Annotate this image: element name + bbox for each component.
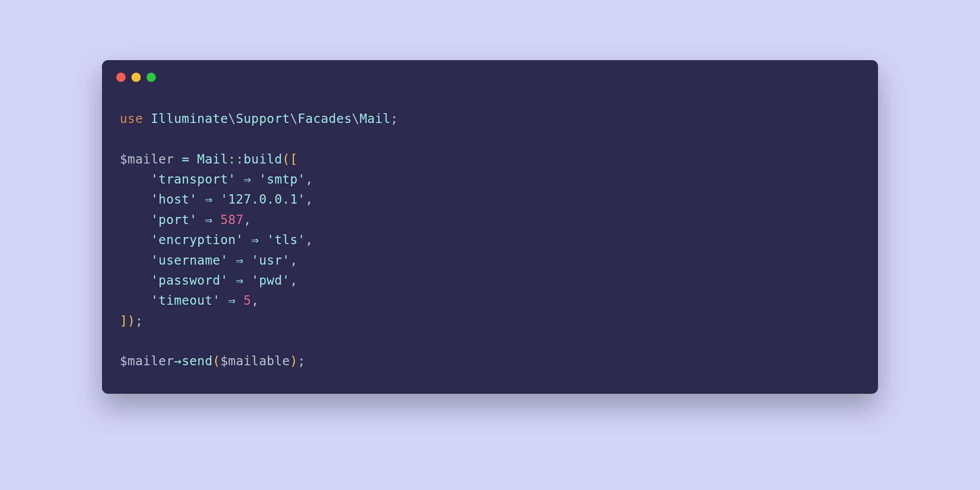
close-paren: ) xyxy=(290,354,298,368)
code-line-6: 'port' ⇒ 587, xyxy=(120,210,860,230)
code-line-9: 'password' ⇒ 'pwd', xyxy=(120,270,860,290)
arrow-icon: ⇒ xyxy=(244,172,251,187)
key-port: 'port' xyxy=(151,212,197,227)
variable-mailer: $mailer xyxy=(120,354,174,368)
close-button[interactable] xyxy=(116,73,126,82)
key-password: 'password' xyxy=(151,273,228,288)
code-editor: use Illuminate\Support\Facades\Mail; $ma… xyxy=(102,91,878,394)
key-encryption: 'encryption' xyxy=(151,233,243,247)
key-host: 'host' xyxy=(151,192,197,207)
code-line-7: 'encryption' ⇒ 'tls', xyxy=(120,230,860,250)
open-paren: ( xyxy=(212,354,220,368)
val-usr: 'usr' xyxy=(251,253,290,268)
keyword-use: use xyxy=(120,111,143,126)
variable-mailable: $mailable xyxy=(220,354,290,368)
class-mail: Mail xyxy=(197,152,228,167)
code-line-4: 'transport' ⇒ 'smtp', xyxy=(120,169,860,189)
code-line-3: $mailer = Mail::build([ xyxy=(120,149,860,169)
code-line-8: 'username' ⇒ 'usr', xyxy=(120,250,860,270)
scope-resolution: :: xyxy=(228,152,244,167)
code-line-1: use Illuminate\Support\Facades\Mail; xyxy=(120,109,860,129)
namespace-illuminate: Illuminate xyxy=(151,111,228,126)
title-bar xyxy=(102,60,878,91)
namespace-mail: Mail xyxy=(359,111,390,126)
method-send: send xyxy=(182,354,212,368)
code-line-10: 'timeout' ⇒ 5, xyxy=(120,290,860,310)
code-line-blank-1 xyxy=(120,129,860,149)
arrow-icon: ⇒ xyxy=(205,192,212,207)
close-bracket: ]) xyxy=(120,314,135,328)
val-pwd: 'pwd' xyxy=(251,273,290,288)
val-tls: 'tls' xyxy=(267,233,306,247)
minimize-button[interactable] xyxy=(131,73,141,82)
namespace-support: Support xyxy=(236,111,290,126)
operator-equals: = xyxy=(182,152,189,167)
arrow-icon: ⇒ xyxy=(236,273,243,288)
maximize-button[interactable] xyxy=(147,73,156,82)
arrow-icon: ⇒ xyxy=(228,293,236,308)
variable-mailer: $mailer xyxy=(120,152,174,167)
arrow-icon: ⇒ xyxy=(251,233,259,247)
val-smtp: 'smtp' xyxy=(259,172,305,187)
namespace-facades: Facades xyxy=(298,111,352,126)
val-port: 587 xyxy=(220,212,244,227)
object-arrow-icon: → xyxy=(174,354,182,368)
val-timeout: 5 xyxy=(244,293,251,308)
val-host: '127.0.0.1' xyxy=(220,192,306,207)
code-line-13: $mailer→send($mailable); xyxy=(120,351,860,371)
open-bracket: ([ xyxy=(282,152,298,167)
key-timeout: 'timeout' xyxy=(151,293,220,308)
code-line-5: 'host' ⇒ '127.0.0.1', xyxy=(120,189,860,209)
arrow-icon: ⇒ xyxy=(236,253,243,268)
code-line-blank-2 xyxy=(120,331,860,351)
key-username: 'username' xyxy=(151,253,228,268)
terminal-window: use Illuminate\Support\Facades\Mail; $ma… xyxy=(102,60,878,394)
method-build: build xyxy=(244,152,282,167)
code-line-11: ]); xyxy=(120,311,860,331)
key-transport: 'transport' xyxy=(151,172,236,187)
arrow-icon: ⇒ xyxy=(205,212,212,227)
